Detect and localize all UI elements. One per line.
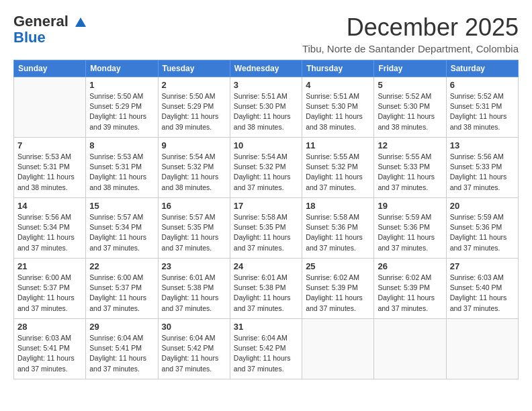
calendar-cell: 14Sunrise: 5:56 AMSunset: 5:34 PMDayligh… <box>14 198 86 259</box>
day-number: 26 <box>378 261 442 271</box>
day-number: 1 <box>89 80 154 90</box>
day-info: Sunrise: 5:53 AMSunset: 5:31 PMDaylight:… <box>89 152 154 193</box>
calendar-cell: 24Sunrise: 6:01 AMSunset: 5:38 PMDayligh… <box>230 259 302 319</box>
calendar-cell: 9Sunrise: 5:54 AMSunset: 5:32 PMDaylight… <box>158 138 230 198</box>
calendar-cell: 13Sunrise: 5:56 AMSunset: 5:33 PMDayligh… <box>446 138 518 198</box>
logo-icon <box>74 16 86 28</box>
day-number: 25 <box>306 261 370 271</box>
day-info: Sunrise: 5:57 AMSunset: 5:34 PMDaylight:… <box>89 212 154 253</box>
weekday-header-saturday: Saturday <box>446 60 518 77</box>
calendar-cell: 6Sunrise: 5:52 AMSunset: 5:31 PMDaylight… <box>446 77 518 138</box>
calendar-cell: 7Sunrise: 5:53 AMSunset: 5:31 PMDaylight… <box>14 138 86 198</box>
calendar-cell: 27Sunrise: 6:03 AMSunset: 5:40 PMDayligh… <box>446 259 518 319</box>
day-number: 4 <box>306 80 370 90</box>
weekday-header-thursday: Thursday <box>302 60 374 77</box>
calendar-cell: 3Sunrise: 5:51 AMSunset: 5:30 PMDaylight… <box>230 77 302 138</box>
day-info: Sunrise: 6:03 AMSunset: 5:41 PMDaylight:… <box>17 333 82 374</box>
day-info: Sunrise: 5:55 AMSunset: 5:32 PMDaylight:… <box>306 152 370 193</box>
day-number: 3 <box>234 80 298 90</box>
calendar-cell: 29Sunrise: 6:04 AMSunset: 5:41 PMDayligh… <box>86 319 158 379</box>
day-number: 15 <box>89 201 154 211</box>
day-number: 9 <box>162 140 226 150</box>
calendar-cell: 26Sunrise: 6:02 AMSunset: 5:39 PMDayligh… <box>374 259 446 319</box>
day-number: 7 <box>17 140 82 150</box>
day-info: Sunrise: 6:00 AMSunset: 5:37 PMDaylight:… <box>17 273 82 314</box>
calendar-cell: 2Sunrise: 5:50 AMSunset: 5:29 PMDaylight… <box>158 77 230 138</box>
calendar-cell: 22Sunrise: 6:00 AMSunset: 5:37 PMDayligh… <box>86 259 158 319</box>
day-info: Sunrise: 6:01 AMSunset: 5:38 PMDaylight:… <box>234 273 298 314</box>
day-info: Sunrise: 5:55 AMSunset: 5:33 PMDaylight:… <box>378 152 442 193</box>
title-area: December 2025 Tibu, Norte de Santander D… <box>302 13 519 54</box>
logo-text-blue: Blue <box>13 29 46 46</box>
day-number: 6 <box>450 80 515 90</box>
day-info: Sunrise: 6:04 AMSunset: 5:42 PMDaylight:… <box>234 333 298 374</box>
day-number: 8 <box>89 140 154 150</box>
day-info: Sunrise: 5:54 AMSunset: 5:32 PMDaylight:… <box>162 152 226 193</box>
day-number: 13 <box>450 140 515 150</box>
day-info: Sunrise: 5:56 AMSunset: 5:34 PMDaylight:… <box>17 212 82 253</box>
day-info: Sunrise: 5:59 AMSunset: 5:36 PMDaylight:… <box>378 212 442 253</box>
day-number: 11 <box>306 140 370 150</box>
day-info: Sunrise: 5:51 AMSunset: 5:30 PMDaylight:… <box>234 91 298 132</box>
calendar-cell: 25Sunrise: 6:02 AMSunset: 5:39 PMDayligh… <box>302 259 374 319</box>
day-number: 23 <box>162 261 226 271</box>
day-number: 10 <box>234 140 298 150</box>
day-info: Sunrise: 5:58 AMSunset: 5:36 PMDaylight:… <box>306 212 370 253</box>
day-info: Sunrise: 5:50 AMSunset: 5:29 PMDaylight:… <box>162 91 226 132</box>
week-row-2: 7Sunrise: 5:53 AMSunset: 5:31 PMDaylight… <box>14 138 519 198</box>
calendar-cell: 28Sunrise: 6:03 AMSunset: 5:41 PMDayligh… <box>14 319 86 379</box>
day-info: Sunrise: 5:56 AMSunset: 5:33 PMDaylight:… <box>450 152 515 193</box>
svg-marker-0 <box>75 17 86 27</box>
calendar-cell <box>14 77 86 138</box>
calendar-cell: 12Sunrise: 5:55 AMSunset: 5:33 PMDayligh… <box>374 138 446 198</box>
calendar-table: SundayMondayTuesdayWednesdayThursdayFrid… <box>13 60 519 379</box>
day-info: Sunrise: 6:01 AMSunset: 5:38 PMDaylight:… <box>162 273 226 314</box>
week-row-5: 28Sunrise: 6:03 AMSunset: 5:41 PMDayligh… <box>14 319 519 379</box>
calendar-cell <box>446 319 518 379</box>
logo-text-general: General <box>13 13 86 30</box>
week-row-4: 21Sunrise: 6:00 AMSunset: 5:37 PMDayligh… <box>14 259 519 319</box>
day-number: 20 <box>450 201 515 211</box>
calendar-cell: 1Sunrise: 5:50 AMSunset: 5:29 PMDaylight… <box>86 77 158 138</box>
calendar-cell: 8Sunrise: 5:53 AMSunset: 5:31 PMDaylight… <box>86 138 158 198</box>
day-info: Sunrise: 5:53 AMSunset: 5:31 PMDaylight:… <box>17 152 82 193</box>
calendar-cell: 10Sunrise: 5:54 AMSunset: 5:32 PMDayligh… <box>230 138 302 198</box>
calendar-cell: 11Sunrise: 5:55 AMSunset: 5:32 PMDayligh… <box>302 138 374 198</box>
day-number: 21 <box>17 261 82 271</box>
day-info: Sunrise: 5:54 AMSunset: 5:32 PMDaylight:… <box>234 152 298 193</box>
calendar-cell: 31Sunrise: 6:04 AMSunset: 5:42 PMDayligh… <box>230 319 302 379</box>
day-number: 27 <box>450 261 515 271</box>
week-row-1: 1Sunrise: 5:50 AMSunset: 5:29 PMDaylight… <box>14 77 519 138</box>
calendar-cell: 30Sunrise: 6:04 AMSunset: 5:42 PMDayligh… <box>158 319 230 379</box>
weekday-header-wednesday: Wednesday <box>230 60 302 77</box>
day-info: Sunrise: 5:50 AMSunset: 5:29 PMDaylight:… <box>89 91 154 132</box>
weekday-header-friday: Friday <box>374 60 446 77</box>
location-title: Tibu, Norte de Santander Department, Col… <box>302 43 519 54</box>
day-number: 31 <box>234 322 298 332</box>
calendar-cell: 15Sunrise: 5:57 AMSunset: 5:34 PMDayligh… <box>86 198 158 259</box>
calendar-cell: 16Sunrise: 5:57 AMSunset: 5:35 PMDayligh… <box>158 198 230 259</box>
calendar-cell: 18Sunrise: 5:58 AMSunset: 5:36 PMDayligh… <box>302 198 374 259</box>
weekday-header-tuesday: Tuesday <box>158 60 230 77</box>
calendar-cell: 23Sunrise: 6:01 AMSunset: 5:38 PMDayligh… <box>158 259 230 319</box>
day-number: 30 <box>162 322 226 332</box>
day-number: 16 <box>162 201 226 211</box>
day-number: 12 <box>378 140 442 150</box>
day-info: Sunrise: 6:04 AMSunset: 5:41 PMDaylight:… <box>89 333 154 374</box>
weekday-header-row: SundayMondayTuesdayWednesdayThursdayFrid… <box>14 60 519 77</box>
day-number: 29 <box>89 322 154 332</box>
day-number: 19 <box>378 201 442 211</box>
page-header: General Blue December 2025 Tibu, Norte d… <box>13 13 519 54</box>
day-number: 22 <box>89 261 154 271</box>
day-info: Sunrise: 5:57 AMSunset: 5:35 PMDaylight:… <box>162 212 226 253</box>
weekday-header-monday: Monday <box>86 60 158 77</box>
calendar-cell: 5Sunrise: 5:52 AMSunset: 5:30 PMDaylight… <box>374 77 446 138</box>
day-number: 17 <box>234 201 298 211</box>
day-info: Sunrise: 6:02 AMSunset: 5:39 PMDaylight:… <box>306 273 370 314</box>
day-number: 14 <box>17 201 82 211</box>
day-info: Sunrise: 5:51 AMSunset: 5:30 PMDaylight:… <box>306 91 370 132</box>
weekday-header-sunday: Sunday <box>14 60 86 77</box>
calendar-cell: 17Sunrise: 5:58 AMSunset: 5:35 PMDayligh… <box>230 198 302 259</box>
day-info: Sunrise: 5:59 AMSunset: 5:36 PMDaylight:… <box>450 212 515 253</box>
month-title: December 2025 <box>302 13 519 42</box>
